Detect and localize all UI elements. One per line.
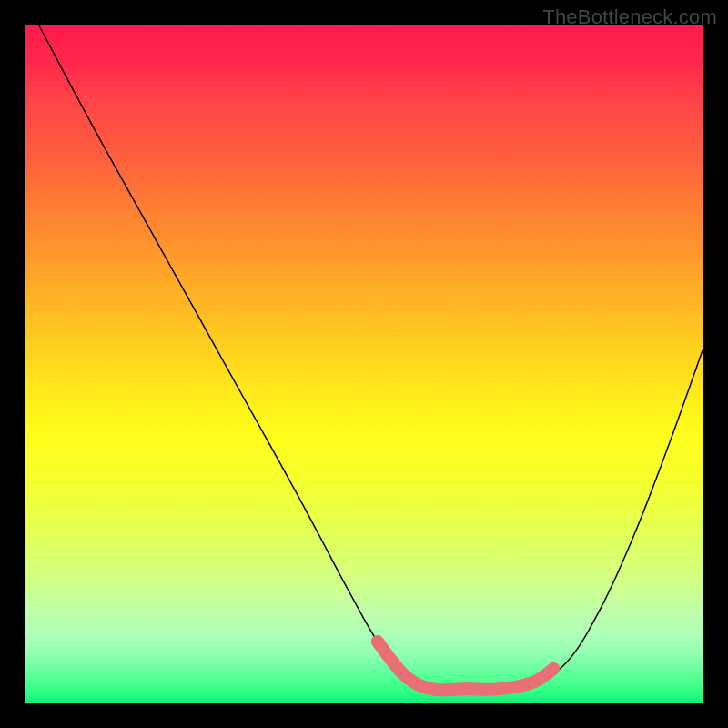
bottleneck-curve [39, 25, 703, 690]
chart-svg [25, 25, 703, 703]
optimal-range-highlight [378, 642, 553, 690]
plot-area [25, 25, 703, 703]
watermark-text: TheBottleneck.com [542, 5, 717, 29]
